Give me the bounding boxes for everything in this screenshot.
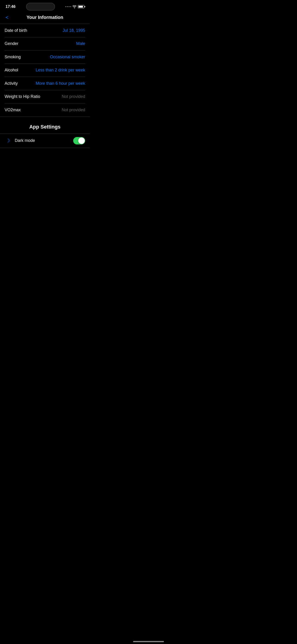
battery-icon <box>78 5 84 8</box>
app-settings-title: App Settings <box>29 124 60 130</box>
moon-icon: ☽︎ <box>4 138 11 144</box>
vo2max-value: Not provided <box>62 108 85 112</box>
vo2max-label: VO2max <box>4 108 21 112</box>
smoking-label: Smoking <box>4 54 21 60</box>
gender-row[interactable]: Gender Male <box>0 37 90 50</box>
smoking-value: Occasional smoker <box>50 54 85 60</box>
vo2max-row[interactable]: VO2max Not provided <box>0 104 90 116</box>
status-bar: 17:46 <box>0 0 90 12</box>
weight-hip-ratio-label: Weight to Hip Ratio <box>4 94 40 99</box>
gender-value: Male <box>76 41 85 46</box>
weight-hip-ratio-row[interactable]: Weight to Hip Ratio Not provided <box>0 90 90 103</box>
dark-mode-row[interactable]: ☽︎ Dark mode <box>0 134 90 148</box>
status-time: 17:46 <box>6 4 16 9</box>
dynamic-island <box>26 3 55 10</box>
back-button[interactable]: < <box>4 14 10 21</box>
dark-mode-toggle[interactable] <box>73 137 85 144</box>
toggle-knob <box>78 138 85 144</box>
smoking-row[interactable]: Smoking Occasional smoker <box>0 50 90 64</box>
alcohol-label: Alcohol <box>4 68 18 72</box>
activity-label: Activity <box>4 81 18 86</box>
app-settings-section: App Settings <box>0 116 90 134</box>
date-of-birth-row[interactable]: Date of birth Jul 18, 1995 <box>0 24 90 37</box>
status-icons <box>66 5 84 8</box>
activity-value: More than 6 hour per week <box>36 81 85 86</box>
date-of-birth-value: Jul 18, 1995 <box>62 28 85 33</box>
date-of-birth-label: Date of birth <box>4 28 27 33</box>
activity-row[interactable]: Activity More than 6 hour per week <box>0 77 90 90</box>
info-list: Date of birth Jul 18, 1995 Gender Male S… <box>0 24 90 117</box>
alcohol-row[interactable]: Alcohol Less than 2 drink per week <box>0 64 90 77</box>
signal-icon <box>66 6 71 7</box>
navigation-header: < Your Information <box>0 12 90 24</box>
wifi-icon <box>72 5 76 8</box>
weight-hip-ratio-value: Not provided <box>62 94 85 99</box>
gender-label: Gender <box>4 41 18 46</box>
alcohol-value: Less than 2 drink per week <box>36 68 85 72</box>
dark-mode-label: Dark mode <box>15 138 70 143</box>
page-title: Your Information <box>26 15 63 20</box>
